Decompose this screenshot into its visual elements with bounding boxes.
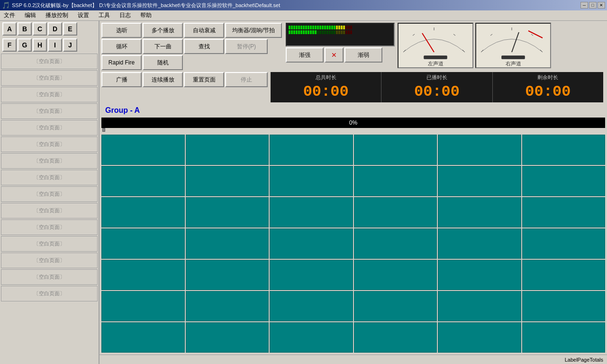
menu-help[interactable]: 帮助 bbox=[138, 10, 154, 20]
letter-btn-i[interactable]: I bbox=[48, 38, 62, 52]
multi-play-button[interactable]: 多个播放 bbox=[143, 23, 183, 38]
sidebar-page-1[interactable]: 〔空白页面〕 bbox=[1, 54, 98, 69]
grid-cell-1-2[interactable] bbox=[186, 135, 269, 165]
letter-btn-a[interactable]: A bbox=[2, 22, 17, 36]
continue-play-button[interactable]: 连续播放 bbox=[143, 72, 183, 87]
grid-cell-2-5[interactable] bbox=[438, 166, 521, 196]
grid-cell-7-5[interactable] bbox=[438, 322, 521, 353]
reset-page-button[interactable]: 重置页面 bbox=[184, 72, 224, 87]
grid-cell-6-5[interactable] bbox=[438, 291, 521, 321]
letter-btn-f[interactable]: F bbox=[2, 38, 17, 52]
grid-cell-1-1[interactable] bbox=[101, 135, 185, 165]
grid-cell-2-6[interactable] bbox=[522, 166, 606, 196]
broadcast-button[interactable]: 广播 bbox=[101, 72, 142, 87]
letter-btn-d[interactable]: D bbox=[48, 22, 62, 36]
grid-cell-7-3[interactable] bbox=[270, 322, 353, 353]
menu-playback[interactable]: 播放控制 bbox=[44, 10, 70, 20]
auto-fade-button[interactable]: 自动衰减 bbox=[184, 23, 224, 38]
sidebar-page-3[interactable]: 〔空白页面〕 bbox=[1, 87, 98, 102]
letter-btn-g[interactable]: G bbox=[18, 38, 32, 52]
grid-cell-7-4[interactable] bbox=[354, 322, 437, 353]
letter-btn-b[interactable]: B bbox=[18, 22, 32, 36]
random-button[interactable]: 随机 bbox=[143, 55, 183, 70]
upper-right: 选听 多个播放 自动衰减 均衡器/混响/节拍 循环 下一曲 查找 暂停(P) R… bbox=[100, 21, 607, 364]
grid-cell-3-5[interactable] bbox=[438, 197, 521, 228]
menu-file[interactable]: 文件 bbox=[2, 10, 17, 20]
grid-cell-3-6[interactable] bbox=[522, 197, 606, 228]
grid-cell-6-2[interactable] bbox=[186, 291, 269, 321]
letter-btn-c[interactable]: C bbox=[33, 22, 47, 36]
grid-cell-1-5[interactable] bbox=[438, 135, 521, 165]
sidebar-page-10[interactable]: 〔空白页面〕 bbox=[1, 203, 98, 218]
sidebar-page-4[interactable]: 〔空白页面〕 bbox=[1, 103, 98, 119]
grid-cell-5-5[interactable] bbox=[438, 260, 521, 290]
sidebar-page-12[interactable]: 〔空白页面〕 bbox=[1, 236, 98, 252]
grid-cell-7-1[interactable] bbox=[101, 322, 185, 353]
stop-button[interactable]: 停止 bbox=[225, 72, 268, 87]
grid-cell-5-4[interactable] bbox=[354, 260, 437, 290]
grid-cell-4-4[interactable] bbox=[354, 228, 437, 259]
progress-bar-container[interactable]: 0% bbox=[101, 118, 605, 128]
grid-cell-4-3[interactable] bbox=[270, 228, 353, 259]
grid-cell-3-3[interactable] bbox=[270, 197, 353, 228]
loop-button[interactable]: 循环 bbox=[101, 39, 142, 54]
group-progress-section: Group - A 0% bbox=[100, 103, 607, 132]
menu-tools[interactable]: 工具 bbox=[97, 10, 112, 20]
letter-btn-h[interactable]: H bbox=[33, 38, 47, 52]
menu-edit[interactable]: 编辑 bbox=[23, 10, 38, 20]
letter-btn-j[interactable]: J bbox=[63, 38, 77, 52]
sidebar-page-5[interactable]: 〔空白页面〕 bbox=[1, 120, 98, 136]
grid-cell-1-4[interactable] bbox=[354, 135, 437, 165]
remaining-time-section: 剩余时长 00:00 bbox=[493, 72, 603, 102]
grid-cell-6-1[interactable] bbox=[101, 291, 185, 321]
minimize-button[interactable]: ─ bbox=[580, 2, 588, 9]
grid-cell-4-5[interactable] bbox=[438, 228, 521, 259]
grid-cell-1-6[interactable] bbox=[522, 135, 606, 165]
grid-cell-5-6[interactable] bbox=[522, 260, 606, 290]
grid-cell-2-4[interactable] bbox=[354, 166, 437, 196]
grid-cell-2-3[interactable] bbox=[270, 166, 353, 196]
grid-cell-3-2[interactable] bbox=[186, 197, 269, 228]
grid-cell-6-3[interactable] bbox=[270, 291, 353, 321]
grid-cell-5-2[interactable] bbox=[186, 260, 269, 290]
grid-cell-6-6[interactable] bbox=[522, 291, 606, 321]
grid-cell-3-4[interactable] bbox=[354, 197, 437, 228]
sidebar-page-9[interactable]: 〔空白页面〕 bbox=[1, 186, 98, 202]
fade-out-button[interactable]: 渐弱 bbox=[344, 47, 382, 63]
grid-cell-5-1[interactable] bbox=[101, 260, 185, 290]
eq-button[interactable]: 均衡器/混响/节拍 bbox=[225, 23, 282, 38]
search-button[interactable]: 查找 bbox=[184, 39, 224, 54]
menu-log[interactable]: 日志 bbox=[118, 10, 133, 20]
grid-cell-4-1[interactable] bbox=[101, 228, 185, 259]
menu-settings[interactable]: 设置 bbox=[76, 10, 91, 20]
sidebar-page-7[interactable]: 〔空白页面〕 bbox=[1, 153, 98, 169]
close-button[interactable]: ✕ bbox=[598, 2, 605, 9]
grid-cell-7-6[interactable] bbox=[522, 322, 606, 353]
grid-cell-4-2[interactable] bbox=[186, 228, 269, 259]
grid-cell-1-3[interactable] bbox=[270, 135, 353, 165]
sidebar-page-8[interactable]: 〔空白页面〕 bbox=[1, 170, 98, 185]
sidebar-page-13[interactable]: 〔空白页面〕 bbox=[1, 253, 98, 268]
grid-cell-6-4[interactable] bbox=[354, 291, 437, 321]
sidebar-page-11[interactable]: 〔空白页面〕 bbox=[1, 219, 98, 235]
grid-cell-7-2[interactable] bbox=[186, 322, 269, 353]
fade-in-button[interactable]: 渐强 bbox=[286, 47, 324, 63]
grid-cell-2-1[interactable] bbox=[101, 166, 185, 196]
sidebar-page-6[interactable]: 〔空白页面〕 bbox=[1, 136, 98, 152]
letter-btn-e[interactable]: E bbox=[63, 22, 77, 36]
sidebar-page-14[interactable]: 〔空白页面〕 bbox=[1, 269, 98, 285]
sidebar-page-2[interactable]: 〔空白页面〕 bbox=[1, 70, 98, 86]
listen-button[interactable]: 选听 bbox=[101, 23, 142, 38]
grid-cell-2-2[interactable] bbox=[186, 166, 269, 196]
grid-cell-5-3[interactable] bbox=[270, 260, 353, 290]
next-button[interactable]: 下一曲 bbox=[143, 39, 183, 54]
rapid-fire-button[interactable]: Rapid Fire bbox=[101, 55, 142, 70]
left-speaker-indicator bbox=[424, 55, 447, 59]
grid-cell-4-6[interactable] bbox=[522, 228, 606, 259]
maximize-button[interactable]: □ bbox=[589, 2, 597, 9]
pause-button[interactable]: 暂停(P) bbox=[225, 39, 268, 54]
fade-close-button[interactable]: ✕ bbox=[325, 47, 344, 63]
grid-cell-3-1[interactable] bbox=[101, 197, 185, 228]
sidebar-page-15[interactable]: 〔空白页面〕 bbox=[1, 286, 98, 301]
progress-handle[interactable] bbox=[102, 128, 105, 132]
